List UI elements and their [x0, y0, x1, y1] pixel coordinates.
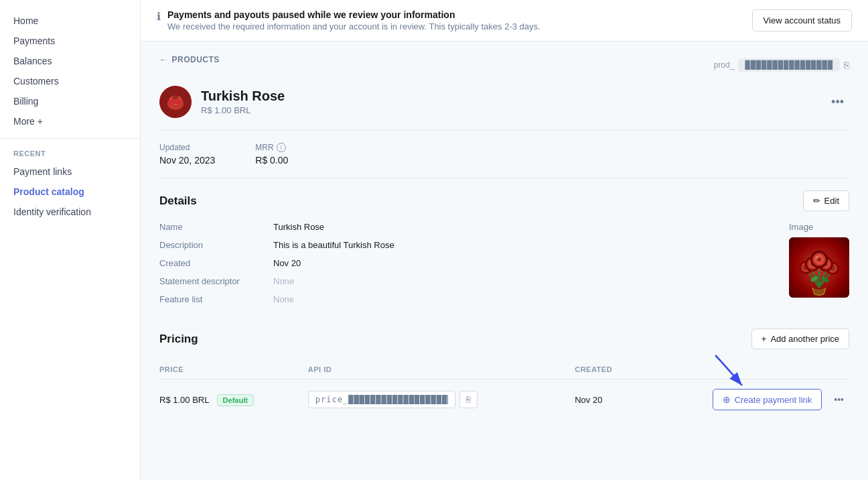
pricing-row-actions: ⊕ Create payment link ••• [634, 389, 849, 410]
detail-row-name: Name Turkish Rose [159, 222, 776, 232]
main-content: ℹ Payments and payouts paused while we r… [141, 0, 868, 480]
svg-point-32 [818, 258, 820, 261]
detail-val-desc: This is a beautiful Turkish Rose [273, 240, 394, 250]
price-value: R$ 1.00 BRL [159, 395, 209, 405]
stats-row: Updated Nov 20, 2023 MRR i R$ 0.00 [159, 143, 849, 166]
edit-button[interactable]: ✏ Edit [803, 190, 849, 211]
product-id-prefix: prod_ [714, 60, 735, 70]
api-id-input[interactable] [308, 391, 455, 408]
sidebar-divider [0, 138, 140, 139]
price-cell: R$ 1.00 BRL Default [159, 379, 308, 420]
detail-key-desc: Description [159, 240, 273, 250]
divider-1 [159, 130, 849, 131]
api-id-col-header: API ID [308, 360, 575, 379]
copy-api-id-button[interactable]: ⎘ [459, 391, 478, 408]
detail-key-name: Name [159, 222, 273, 232]
detail-row-feature: Feature list None [159, 294, 776, 304]
pricing-row: R$ 1.00 BRL Default ⎘ Nov 20 [159, 379, 849, 420]
product-id-area: prod_ ████████████████ ⎘ [714, 58, 849, 72]
api-id-field: ⎘ [308, 391, 575, 408]
default-badge: Default [217, 394, 254, 406]
details-content: Name Turkish Rose Description This is a … [159, 222, 849, 312]
product-more-button[interactable]: ••• [826, 93, 849, 112]
banner-title: Payments and payouts paused while we rev… [167, 9, 540, 20]
breadcrumb[interactable]: ← PRODUCTS [159, 55, 220, 64]
pricing-title: Pricing [159, 333, 198, 346]
pencil-icon: ✏ [813, 196, 820, 206]
detail-row-statement: Statement descriptor None [159, 276, 776, 286]
created-col-header: CREATED [575, 360, 634, 379]
details-title: Details [159, 194, 197, 208]
pricing-header: Pricing + Add another price [159, 328, 849, 349]
product-name: Turkish Rose [201, 88, 285, 104]
banner-text: Payments and payouts paused while we rev… [167, 9, 540, 32]
details-header: Details ✏ Edit [159, 190, 849, 211]
product-header: Turkish Rose R$ 1.00 BRL ••• [159, 86, 849, 118]
pricing-section: Pricing + Add another price PRICE API ID… [159, 328, 849, 420]
edit-label: Edit [824, 196, 839, 206]
sidebar-item-more[interactable]: More + [0, 111, 140, 131]
divider-2 [159, 178, 849, 178]
image-label: Image [789, 222, 849, 232]
sidebar-nav: Home Payments Balances Customers Billing… [0, 11, 140, 131]
info-icon: ℹ [157, 10, 161, 23]
product-price: R$ 1.00 BRL [201, 105, 285, 115]
detail-val-statement: None [273, 276, 294, 286]
pricing-table: PRICE API ID CREATED R$ 1.00 BRL Default [159, 360, 849, 420]
sidebar-item-home[interactable]: Home [0, 11, 140, 31]
product-detail-image [789, 237, 849, 298]
sidebar-item-payments[interactable]: Payments [0, 31, 140, 51]
updated-label: Updated [159, 143, 215, 152]
actions-col-header [634, 360, 849, 379]
pricing-table-head: PRICE API ID CREATED [159, 360, 849, 379]
view-account-status-button[interactable]: View account status [752, 9, 852, 32]
updated-value: Nov 20, 2023 [159, 155, 215, 166]
detail-val-name: Turkish Rose [273, 222, 324, 232]
mrr-value: R$ 0.00 [255, 155, 288, 166]
sidebar: Home Payments Balances Customers Billing… [0, 0, 141, 480]
sidebar-item-payment-links[interactable]: Payment links [0, 162, 140, 182]
sidebar-item-billing[interactable]: Billing [0, 91, 140, 111]
review-banner: ℹ Payments and payouts paused while we r… [141, 0, 868, 42]
create-payment-link-button[interactable]: ⊕ Create payment link [713, 389, 822, 410]
banner-left: ℹ Payments and payouts paused while we r… [157, 9, 540, 32]
detail-key-created: Created [159, 258, 273, 268]
breadcrumb-label: PRODUCTS [172, 55, 220, 64]
product-id-value: ████████████████ [738, 58, 840, 72]
add-another-price-button[interactable]: + Add another price [751, 328, 849, 349]
product-header-left: Turkish Rose R$ 1.00 BRL [159, 86, 285, 118]
mrr-info-icon[interactable]: i [277, 143, 286, 152]
details-section: Details ✏ Edit Name Turkish Rose Descrip… [159, 190, 849, 312]
updated-stat: Updated Nov 20, 2023 [159, 143, 215, 166]
product-title-area: Turkish Rose R$ 1.00 BRL [201, 88, 285, 115]
detail-val-feature: None [273, 294, 294, 304]
back-arrow-icon: ← [159, 55, 168, 64]
pricing-table-body: R$ 1.00 BRL Default ⎘ Nov 20 [159, 379, 849, 420]
pricing-more-button[interactable]: ••• [828, 392, 849, 408]
detail-row-created: Created Nov 20 [159, 258, 776, 268]
banner-subtitle: We received the required information and… [167, 21, 540, 32]
product-image-area: Image [789, 222, 849, 312]
detail-key-feature: Feature list [159, 294, 273, 304]
circle-plus-icon: ⊕ [723, 394, 731, 405]
sidebar-item-product-catalog[interactable]: Product catalog [0, 182, 140, 202]
mrr-label: MRR i [255, 143, 288, 152]
details-fields: Name Turkish Rose Description This is a … [159, 222, 776, 312]
sidebar-item-balances[interactable]: Balances [0, 51, 140, 71]
plus-icon: + [762, 334, 767, 344]
detail-val-created: Nov 20 [273, 258, 301, 268]
sidebar-item-customers[interactable]: Customers [0, 71, 140, 91]
sidebar-recent-label: Recent [0, 145, 140, 162]
detail-key-statement: Statement descriptor [159, 276, 273, 286]
api-id-cell: ⎘ [308, 379, 575, 420]
created-cell: Nov 20 [575, 379, 634, 420]
copy-id-icon[interactable]: ⎘ [844, 60, 849, 70]
add-price-label: Add another price [770, 334, 839, 344]
detail-row-desc: Description This is a beautiful Turkish … [159, 240, 776, 250]
sidebar-item-identity-verification[interactable]: Identity verification [0, 202, 140, 222]
product-thumbnail [159, 86, 192, 118]
page-content: ← PRODUCTS prod_ ████████████████ ⎘ [141, 42, 868, 480]
create-payment-label: Create payment link [735, 395, 812, 405]
mrr-stat: MRR i R$ 0.00 [255, 143, 288, 166]
price-col-header: PRICE [159, 360, 308, 379]
